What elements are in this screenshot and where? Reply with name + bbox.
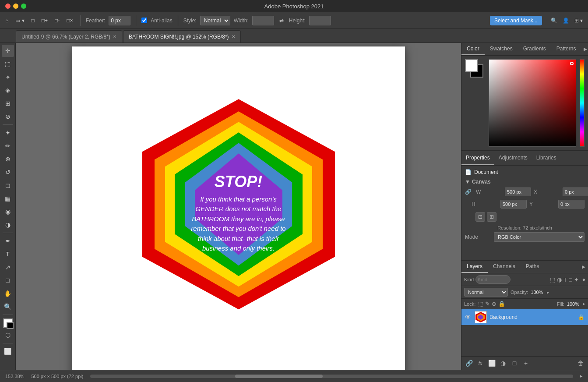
- shape-tool[interactable]: □: [2, 274, 14, 286]
- scroll-right-btn[interactable]: ▸: [580, 373, 583, 379]
- layer-background[interactable]: 👁 Background 🔒: [461, 309, 588, 325]
- tab-adjustments[interactable]: Adjustments: [494, 151, 532, 165]
- adjustment-btn[interactable]: ◑: [498, 358, 508, 368]
- lock-artboards-icon[interactable]: ⊕: [492, 301, 496, 307]
- tab-untitled[interactable]: Untitled-9 @ 66.7% (Layer 2, RGB/8*) ✕: [16, 30, 122, 42]
- tab-libraries[interactable]: Libraries: [532, 151, 561, 165]
- x-input[interactable]: [563, 187, 588, 196]
- width-input[interactable]: [505, 187, 531, 196]
- move-tool[interactable]: ✛: [2, 45, 14, 57]
- smart-filter-icon[interactable]: ✦: [574, 276, 579, 283]
- blend-mode-select[interactable]: Normal: [464, 288, 508, 297]
- fx-btn[interactable]: fx: [475, 358, 485, 368]
- lasso-tool[interactable]: ⌖: [2, 71, 14, 83]
- layers-menu-btn[interactable]: ▸: [579, 261, 588, 273]
- marquee-tool[interactable]: ⬚: [2, 58, 14, 70]
- height-input[interactable]: [500, 200, 527, 209]
- lock-pixels-icon[interactable]: ⬚: [478, 301, 483, 307]
- blur-tool[interactable]: ◉: [2, 205, 14, 218]
- close-button[interactable]: [5, 4, 11, 9]
- delete-layer-btn[interactable]: 🗑: [576, 358, 585, 368]
- subtract-selection-btn[interactable]: □-: [53, 17, 61, 25]
- zoom-tool[interactable]: 🔍: [2, 301, 14, 313]
- intersect-selection-btn[interactable]: □×: [65, 17, 74, 25]
- healing-tool[interactable]: ✦: [2, 127, 14, 139]
- tab-properties[interactable]: Properties: [461, 151, 494, 165]
- opacity-arrow[interactable]: ▸: [547, 290, 549, 295]
- antialias-checkbox[interactable]: [141, 18, 147, 23]
- eraser-tool[interactable]: ◻: [2, 179, 14, 191]
- layers-search[interactable]: [475, 275, 511, 284]
- type-tool[interactable]: T: [2, 248, 14, 260]
- history-brush-tool[interactable]: ↺: [2, 166, 14, 178]
- dodge-tool[interactable]: ◑: [2, 219, 14, 231]
- link-icon[interactable]: 🔗: [465, 189, 472, 195]
- tab-gradients[interactable]: Gradients: [518, 43, 551, 55]
- swap-btn[interactable]: ⇌: [278, 17, 285, 25]
- mode-select[interactable]: RGB Color: [494, 232, 584, 242]
- height-input[interactable]: [309, 16, 331, 25]
- mask-btn[interactable]: ⬜: [487, 358, 496, 368]
- stamp-tool[interactable]: ⊛: [2, 153, 14, 165]
- feather-input[interactable]: [109, 16, 130, 25]
- scrollbar-thumb[interactable]: [235, 375, 323, 378]
- adjustment-filter-icon[interactable]: ◑: [557, 276, 562, 283]
- spectrum-gradient[interactable]: [489, 59, 576, 147]
- shape-filter-icon[interactable]: □: [569, 276, 572, 283]
- width-input[interactable]: [252, 16, 274, 25]
- layer-visibility-icon[interactable]: 👁: [465, 314, 472, 321]
- horizontal-scrollbar[interactable]: [90, 375, 573, 378]
- minimize-button[interactable]: [13, 4, 18, 9]
- type-filter-icon[interactable]: T: [563, 276, 567, 283]
- tab-swatches[interactable]: Swatches: [485, 43, 518, 55]
- color-panel-menu[interactable]: ▸: [581, 43, 588, 55]
- hand-tool[interactable]: ✋: [2, 287, 14, 300]
- kind-label: Kind: [464, 277, 474, 282]
- fill-arrow[interactable]: ▸: [583, 301, 585, 307]
- select-mask-button[interactable]: Select and Mask...: [490, 16, 542, 25]
- filter-toggle[interactable]: ●: [582, 276, 585, 283]
- search-btn[interactable]: 🔍: [549, 17, 559, 25]
- tab-patterns[interactable]: Patterns: [551, 43, 581, 55]
- tab-bathroom-sign[interactable]: BATHROOM SIGN!!.jpg @ 152% (RGB/8*) ✕: [123, 30, 241, 42]
- path-select-tool[interactable]: ↗: [2, 261, 14, 273]
- y-input[interactable]: [558, 200, 584, 209]
- account-btn[interactable]: 👤: [561, 17, 571, 25]
- workspace-btn[interactable]: ⊞ ▾: [573, 17, 584, 25]
- crop-tool[interactable]: ⊞: [2, 97, 14, 110]
- marquee-options-btn[interactable]: ▭ ▾: [14, 17, 26, 25]
- home-btn[interactable]: ⌂: [4, 17, 10, 25]
- pen-tool[interactable]: ✒: [2, 235, 14, 247]
- brush-tool[interactable]: ✏: [2, 140, 14, 152]
- screen-mode-btn[interactable]: ⬜: [2, 345, 14, 357]
- lock-all-icon[interactable]: 🔒: [498, 301, 505, 307]
- canvas-size-btn-2[interactable]: ⊞: [487, 212, 496, 222]
- style-select[interactable]: Normal: [200, 16, 230, 25]
- pixel-filter-icon[interactable]: ⬚: [550, 276, 555, 283]
- canvas-size-btn-1[interactable]: ⊡: [475, 212, 485, 222]
- object-select-tool[interactable]: ◈: [2, 84, 14, 96]
- background-color-swatch[interactable]: [7, 322, 14, 329]
- foreground-color-swatch[interactable]: [3, 318, 13, 328]
- tab-channels[interactable]: Channels: [488, 261, 521, 273]
- maximize-button[interactable]: [21, 4, 26, 9]
- layers-bottom-toolbar: 🔗 fx ⬜ ◑ □ + 🗑: [461, 356, 588, 370]
- lock-position-icon[interactable]: ✎: [485, 301, 490, 307]
- link-layers-btn[interactable]: 🔗: [464, 358, 474, 368]
- add-selection-btn[interactable]: □+: [40, 17, 49, 25]
- quick-mask-btn[interactable]: ⬡: [2, 329, 14, 341]
- layers-list: 👁 Background 🔒: [461, 309, 588, 356]
- tab-bathroom-close[interactable]: ✕: [232, 34, 235, 39]
- new-selection-btn[interactable]: □: [30, 17, 36, 25]
- tab-untitled-close[interactable]: ✕: [113, 34, 116, 39]
- tab-color[interactable]: Color: [461, 43, 485, 55]
- group-btn[interactable]: □: [510, 358, 519, 368]
- canvas-section-header[interactable]: ▼ Canvas: [465, 179, 584, 185]
- gradient-tool[interactable]: ▦: [2, 192, 14, 205]
- foreground-swatch[interactable]: [465, 59, 478, 72]
- eyedropper-tool[interactable]: ⊘: [2, 110, 14, 123]
- tab-paths[interactable]: Paths: [521, 261, 545, 273]
- new-layer-btn[interactable]: +: [521, 358, 531, 368]
- hue-slider[interactable]: [580, 59, 584, 147]
- tab-layers[interactable]: Layers: [461, 261, 488, 273]
